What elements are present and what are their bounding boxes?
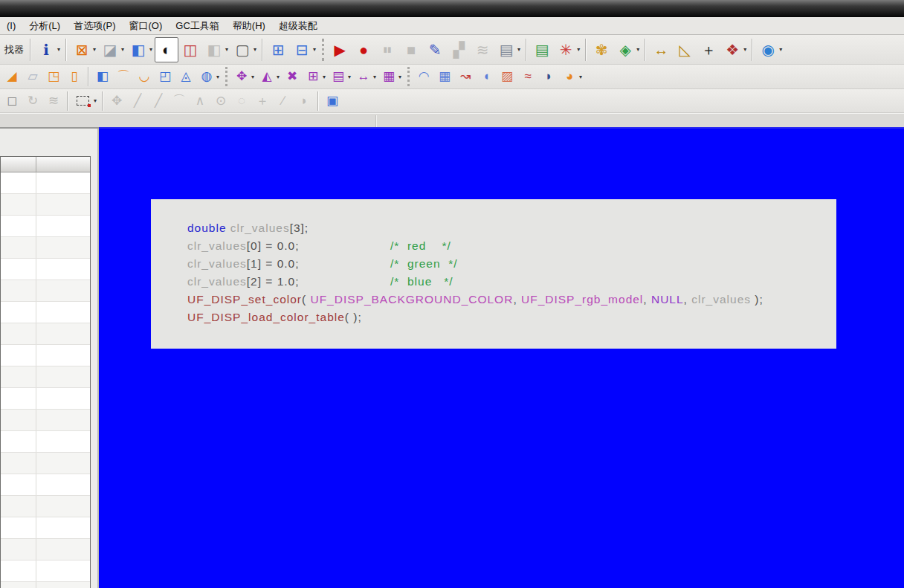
side-table-row[interactable]	[1, 517, 90, 539]
dropdown-caret[interactable]: ▾	[577, 46, 580, 53]
wcs-orient-icon[interactable]: ✳▾	[554, 37, 582, 62]
web-browser-icon[interactable]: ◉▾	[756, 37, 784, 62]
dropdown-caret[interactable]: ▾	[517, 46, 520, 53]
side-table-row[interactable]	[1, 431, 90, 453]
pattern-face-icon[interactable]: ▦▾	[378, 65, 404, 88]
dropdown-caret[interactable]: ▾	[251, 74, 254, 80]
record-journal-icon[interactable]: ●	[352, 37, 375, 62]
isometric-view-icon[interactable]: ◧▾	[126, 37, 155, 62]
toolbar-drag-handle[interactable]	[407, 67, 410, 86]
dropdown-caret[interactable]: ▾	[398, 74, 401, 80]
play-journal-icon[interactable]: ▶	[328, 37, 352, 62]
dropdown-caret[interactable]: ▾	[57, 46, 60, 53]
menu-item-0[interactable]: (I)	[0, 19, 22, 33]
swept-bend-icon[interactable]: ⌒	[113, 65, 134, 88]
copy-face-icon[interactable]: ⊞▾	[303, 65, 328, 88]
delete-face-icon[interactable]: ✖	[282, 65, 303, 88]
wireframe-view-icon[interactable]: ◫	[178, 37, 202, 62]
palette-icon[interactable]: ✾	[590, 37, 613, 62]
dropdown-caret[interactable]: ▾	[149, 46, 152, 53]
datum-plane-icon[interactable]: ▱	[22, 65, 43, 88]
extrude-box-icon[interactable]: ◻	[1, 90, 22, 112]
side-table-row[interactable]	[1, 172, 90, 194]
dropdown-caret[interactable]: ▾	[277, 74, 280, 80]
side-table-row[interactable]	[1, 496, 90, 517]
side-table-row[interactable]	[1, 237, 90, 259]
menu-item-1[interactable]: 分析(L)	[22, 18, 67, 34]
section-surface-icon[interactable]: ↝	[455, 65, 476, 88]
chamfer-icon[interactable]: ◧	[92, 65, 113, 88]
resize-face-icon[interactable]: ↔▾	[353, 65, 378, 88]
contour-flange-icon[interactable]: ◡	[134, 65, 155, 88]
dropdown-caret[interactable]: ▾	[779, 46, 782, 53]
side-table-column-header[interactable]	[1, 157, 36, 172]
offset-surface-icon[interactable]: ◗	[538, 65, 559, 88]
emboss-icon[interactable]: ◬	[175, 65, 196, 88]
dropdown-caret[interactable]: ▾	[225, 46, 228, 53]
dropdown-caret[interactable]: ▾	[579, 74, 582, 80]
dropdown-caret[interactable]: ▾	[348, 74, 351, 80]
dropdown-caret[interactable]: ▾	[121, 46, 124, 53]
menu-item-4[interactable]: GC工具箱	[169, 18, 226, 34]
side-table-row[interactable]	[1, 323, 90, 345]
dropdown-caret[interactable]: ▾	[94, 97, 97, 104]
dropdown-caret[interactable]: ▾	[93, 46, 96, 53]
select-rectangle-icon[interactable]: ▾	[71, 90, 99, 112]
through-mesh-icon[interactable]: ▦	[434, 65, 455, 88]
journal-export-icon[interactable]: ⊟▾	[290, 37, 318, 62]
side-table-row[interactable]	[1, 259, 90, 280]
side-table-column-header[interactable]	[36, 157, 90, 172]
play-macro-icon[interactable]: ◈▾	[613, 37, 642, 62]
ruled-surface-icon[interactable]: ◠	[413, 65, 434, 88]
side-table-row[interactable]	[1, 302, 90, 323]
side-table-row[interactable]	[1, 388, 90, 410]
menu-item-5[interactable]: 帮助(H)	[226, 18, 272, 34]
info-tag-icon[interactable]: ℹ▾	[34, 37, 62, 62]
edit-journal-icon[interactable]: ✎	[423, 37, 447, 62]
measure-distance-icon[interactable]: ↔	[649, 37, 673, 62]
side-table-row[interactable]	[1, 453, 90, 474]
pocket-icon[interactable]: ◳	[43, 65, 64, 88]
offset-face-icon[interactable]: ◭▾	[256, 65, 282, 88]
toolbar-drag-handle[interactable]	[225, 67, 227, 86]
background-window-icon[interactable]: ▢▾	[230, 37, 259, 62]
graphics-viewport[interactable]: double clr_values[3];clr_values[0] = 0.0…	[99, 129, 904, 588]
dropdown-caret[interactable]: ▾	[373, 74, 376, 80]
dropdown-caret[interactable]: ▾	[323, 74, 326, 80]
sphere-icon[interactable]: ◍▾	[196, 65, 222, 88]
toolbar-drag-handle[interactable]	[322, 39, 324, 61]
move-face-icon[interactable]: ✥▾	[231, 65, 256, 88]
bounded-plane-icon[interactable]: ◖	[476, 65, 497, 88]
side-table-row[interactable]	[1, 345, 90, 366]
display-mode-icon[interactable]: ◪▾	[98, 37, 126, 62]
side-table-row[interactable]	[1, 539, 90, 560]
open-box-icon[interactable]: ▣	[322, 90, 343, 112]
relations-browser-icon[interactable]: ❖▾	[720, 37, 749, 62]
flange-icon[interactable]: ▯	[64, 65, 85, 88]
side-table-row[interactable]	[1, 194, 90, 216]
dropdown-caret[interactable]: ▾	[313, 46, 316, 53]
measure-angle-icon[interactable]: ◺	[673, 37, 697, 62]
side-table-row[interactable]	[1, 410, 90, 431]
dropdown-caret[interactable]: ▾	[743, 46, 746, 53]
thicken-sheet-icon[interactable]: ◕▾	[559, 65, 584, 88]
menu-item-2[interactable]: 首选项(P)	[67, 18, 122, 34]
side-table-row[interactable]	[1, 366, 90, 388]
side-table-row[interactable]	[1, 560, 90, 582]
dropdown-caret[interactable]: ▾	[636, 46, 639, 53]
journal-document-icon[interactable]: ▤▾	[494, 37, 523, 62]
side-table-row[interactable]	[1, 582, 90, 588]
side-table-row[interactable]	[1, 280, 90, 302]
dropdown-caret[interactable]: ▾	[254, 46, 256, 53]
dropdown-caret[interactable]: ▾	[216, 74, 219, 80]
shell-icon[interactable]: ◰	[155, 65, 175, 88]
shaded-view-icon[interactable]: ◐	[155, 37, 178, 62]
journal-import-icon[interactable]: ⊞	[266, 37, 290, 62]
edge-blend-icon[interactable]: ◢	[1, 65, 22, 88]
side-table-row[interactable]	[1, 474, 90, 496]
stitch-surface-icon[interactable]: ≈	[517, 65, 538, 88]
point-constructor-icon[interactable]: ＋	[697, 37, 720, 62]
side-table-row[interactable]	[1, 216, 90, 237]
replace-face-icon[interactable]: ▤▾	[328, 65, 353, 88]
fit-view-icon[interactable]: ⊠▾	[70, 37, 98, 62]
